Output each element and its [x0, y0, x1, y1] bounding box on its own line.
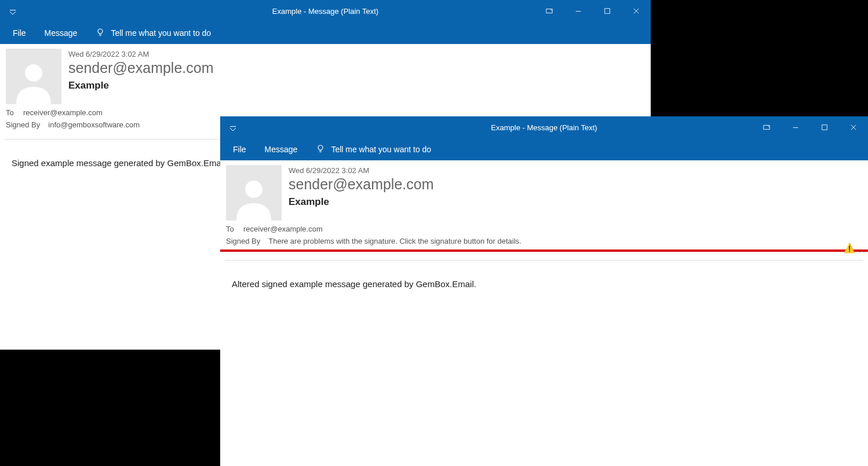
window-title: Example - Message (Plain Text) [491, 123, 597, 132]
message-header: Wed 6/29/2022 3:02 AM sender@example.com… [220, 160, 868, 221]
ribbon-display-button[interactable] [752, 116, 781, 138]
message-header: Wed 6/29/2022 3:02 AM sender@example.com… [0, 44, 651, 104]
signed-by-value: info@gemboxsoftware.com [48, 120, 140, 129]
message-body: Altered signed example message generated… [220, 260, 868, 307]
svg-rect-13 [319, 151, 322, 151]
sender-address: sender@example.com [68, 60, 645, 76]
maximize-button[interactable] [593, 0, 622, 22]
message-subject: Example [289, 196, 862, 208]
collapse-caret-icon[interactable]: ︿ [859, 246, 866, 256]
ribbon-bar: File Message Tell me what you want to do [220, 138, 868, 160]
ribbon-file[interactable]: File [13, 28, 26, 38]
to-value: receiver@example.com [243, 225, 323, 233]
message-meta: To receiver@example.com Signed By There … [220, 221, 868, 247]
svg-rect-6 [100, 35, 101, 36]
ribbon-message[interactable]: Message [265, 145, 298, 154]
svg-rect-0 [10, 10, 16, 10]
to-value: receiver@example.com [23, 108, 103, 117]
svg-rect-10 [793, 127, 798, 128]
qat-menu-icon [10, 8, 16, 14]
qat-dropdown[interactable] [0, 0, 25, 22]
header-info: Wed 6/29/2022 3:02 AM sender@example.com… [68, 49, 645, 104]
minimize-button[interactable] [564, 0, 593, 22]
lightbulb-icon [96, 28, 105, 39]
ribbon-bar: File Message Tell me what you want to do [0, 22, 651, 44]
ribbon-file[interactable]: File [233, 145, 246, 154]
maximize-button[interactable] [810, 116, 839, 138]
ribbon-display-button[interactable] [535, 0, 564, 22]
tell-me-label: Tell me what you want to do [111, 28, 211, 38]
to-label: To [226, 225, 235, 233]
minimize-button[interactable] [781, 116, 810, 138]
message-subject: Example [68, 80, 645, 91]
window-controls [752, 116, 868, 138]
signed-by-label: Signed By [6, 120, 40, 129]
window-title: Example - Message (Plain Text) [272, 7, 378, 16]
tell-me-label: Tell me what you want to do [331, 145, 431, 154]
message-content: Wed 6/29/2022 3:02 AM sender@example.com… [220, 160, 868, 466]
qat-dropdown[interactable] [220, 116, 246, 138]
svg-rect-9 [764, 126, 769, 130]
title-bar: Example - Message (Plain Text) [220, 116, 868, 138]
signed-by-label: Signed By [226, 237, 260, 245]
signed-by-row: Signed By There are problems with the si… [226, 235, 862, 247]
svg-rect-1 [546, 9, 552, 13]
close-button[interactable] [622, 0, 651, 22]
to-row: To receiver@example.com [226, 223, 862, 235]
sender-avatar [6, 49, 61, 104]
lightbulb-icon [316, 144, 325, 155]
message-datetime: Wed 6/29/2022 3:02 AM [289, 166, 862, 175]
svg-point-4 [98, 29, 103, 34]
svg-point-15 [245, 181, 262, 198]
ribbon-message[interactable]: Message [45, 28, 78, 38]
title-bar: Example - Message (Plain Text) [0, 0, 651, 22]
qat-menu-icon [230, 124, 236, 130]
header-info: Wed 6/29/2022 3:02 AM sender@example.com… [289, 165, 862, 221]
svg-rect-14 [320, 152, 322, 152]
tell-me-search[interactable]: Tell me what you want to do [96, 28, 211, 39]
sender-address: sender@example.com [289, 176, 862, 193]
svg-point-12 [318, 145, 323, 150]
warning-icon[interactable]: ⚠️ [844, 243, 855, 254]
tell-me-search[interactable]: Tell me what you want to do [316, 144, 431, 155]
close-button[interactable] [839, 116, 868, 138]
to-label: To [6, 108, 15, 117]
svg-point-7 [25, 64, 42, 82]
message-datetime: Wed 6/29/2022 3:02 AM [68, 50, 645, 58]
signature-warning-bar: ⚠️ ︿ [220, 249, 868, 252]
signed-by-value: There are problems with the signature. C… [268, 237, 521, 245]
svg-rect-8 [230, 126, 236, 127]
message-window-2: Example - Message (Plain Text) File Mess… [220, 116, 868, 466]
svg-rect-2 [576, 11, 581, 12]
svg-rect-11 [822, 125, 827, 130]
sender-avatar [226, 165, 282, 221]
svg-rect-3 [605, 9, 610, 14]
window-controls [535, 0, 651, 22]
svg-rect-5 [99, 34, 101, 35]
